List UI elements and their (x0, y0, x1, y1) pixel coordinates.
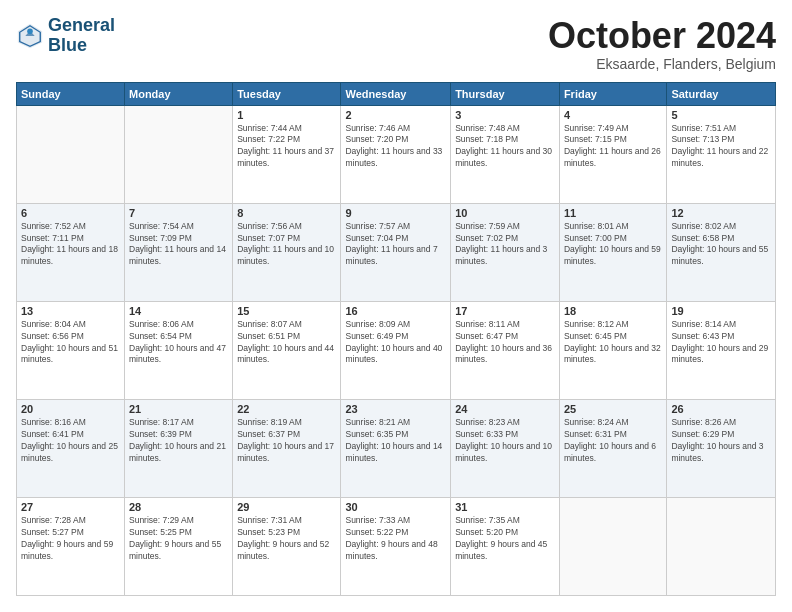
logo-text: General Blue (48, 16, 115, 56)
day-info: Sunrise: 8:24 AM Sunset: 6:31 PM Dayligh… (564, 417, 662, 465)
day-number: 19 (671, 305, 771, 317)
day-cell: 7Sunrise: 7:54 AM Sunset: 7:09 PM Daylig… (125, 203, 233, 301)
day-number: 3 (455, 109, 555, 121)
day-info: Sunrise: 7:35 AM Sunset: 5:20 PM Dayligh… (455, 515, 555, 563)
day-info: Sunrise: 7:57 AM Sunset: 7:04 PM Dayligh… (345, 221, 446, 269)
day-info: Sunrise: 7:44 AM Sunset: 7:22 PM Dayligh… (237, 123, 336, 171)
day-cell: 3Sunrise: 7:48 AM Sunset: 7:18 PM Daylig… (451, 105, 560, 203)
day-info: Sunrise: 7:56 AM Sunset: 7:07 PM Dayligh… (237, 221, 336, 269)
day-cell: 1Sunrise: 7:44 AM Sunset: 7:22 PM Daylig… (233, 105, 341, 203)
day-number: 2 (345, 109, 446, 121)
logo-line1: General (48, 16, 115, 36)
week-row-1: 6Sunrise: 7:52 AM Sunset: 7:11 PM Daylig… (17, 203, 776, 301)
day-cell: 18Sunrise: 8:12 AM Sunset: 6:45 PM Dayli… (559, 301, 666, 399)
day-cell: 20Sunrise: 8:16 AM Sunset: 6:41 PM Dayli… (17, 399, 125, 497)
day-cell: 13Sunrise: 8:04 AM Sunset: 6:56 PM Dayli… (17, 301, 125, 399)
day-cell: 8Sunrise: 7:56 AM Sunset: 7:07 PM Daylig… (233, 203, 341, 301)
day-info: Sunrise: 8:11 AM Sunset: 6:47 PM Dayligh… (455, 319, 555, 367)
day-info: Sunrise: 8:16 AM Sunset: 6:41 PM Dayligh… (21, 417, 120, 465)
page: General Blue October 2024 Eksaarde, Flan… (0, 0, 792, 612)
day-cell: 28Sunrise: 7:29 AM Sunset: 5:25 PM Dayli… (125, 497, 233, 595)
day-number: 31 (455, 501, 555, 513)
day-number: 4 (564, 109, 662, 121)
day-info: Sunrise: 8:21 AM Sunset: 6:35 PM Dayligh… (345, 417, 446, 465)
day-number: 9 (345, 207, 446, 219)
day-cell: 17Sunrise: 8:11 AM Sunset: 6:47 PM Dayli… (451, 301, 560, 399)
weekday-header-thursday: Thursday (451, 82, 560, 105)
day-number: 24 (455, 403, 555, 415)
weekday-header-monday: Monday (125, 82, 233, 105)
calendar-header: SundayMondayTuesdayWednesdayThursdayFrid… (17, 82, 776, 105)
day-cell: 16Sunrise: 8:09 AM Sunset: 6:49 PM Dayli… (341, 301, 451, 399)
day-info: Sunrise: 7:52 AM Sunset: 7:11 PM Dayligh… (21, 221, 120, 269)
calendar-body: 1Sunrise: 7:44 AM Sunset: 7:22 PM Daylig… (17, 105, 776, 595)
week-row-3: 20Sunrise: 8:16 AM Sunset: 6:41 PM Dayli… (17, 399, 776, 497)
day-info: Sunrise: 7:28 AM Sunset: 5:27 PM Dayligh… (21, 515, 120, 563)
location: Eksaarde, Flanders, Belgium (548, 56, 776, 72)
day-cell: 27Sunrise: 7:28 AM Sunset: 5:27 PM Dayli… (17, 497, 125, 595)
day-number: 30 (345, 501, 446, 513)
day-info: Sunrise: 7:48 AM Sunset: 7:18 PM Dayligh… (455, 123, 555, 171)
day-number: 7 (129, 207, 228, 219)
weekday-header-sunday: Sunday (17, 82, 125, 105)
weekday-header-tuesday: Tuesday (233, 82, 341, 105)
day-cell: 23Sunrise: 8:21 AM Sunset: 6:35 PM Dayli… (341, 399, 451, 497)
day-info: Sunrise: 7:29 AM Sunset: 5:25 PM Dayligh… (129, 515, 228, 563)
day-info: Sunrise: 8:04 AM Sunset: 6:56 PM Dayligh… (21, 319, 120, 367)
day-info: Sunrise: 8:12 AM Sunset: 6:45 PM Dayligh… (564, 319, 662, 367)
logo: General Blue (16, 16, 115, 56)
day-number: 13 (21, 305, 120, 317)
day-number: 26 (671, 403, 771, 415)
day-cell: 19Sunrise: 8:14 AM Sunset: 6:43 PM Dayli… (667, 301, 776, 399)
month-title: October 2024 (548, 16, 776, 56)
day-number: 25 (564, 403, 662, 415)
day-info: Sunrise: 8:01 AM Sunset: 7:00 PM Dayligh… (564, 221, 662, 269)
day-number: 10 (455, 207, 555, 219)
day-info: Sunrise: 8:19 AM Sunset: 6:37 PM Dayligh… (237, 417, 336, 465)
day-number: 12 (671, 207, 771, 219)
day-number: 18 (564, 305, 662, 317)
header: General Blue October 2024 Eksaarde, Flan… (16, 16, 776, 72)
day-cell: 25Sunrise: 8:24 AM Sunset: 6:31 PM Dayli… (559, 399, 666, 497)
title-block: October 2024 Eksaarde, Flanders, Belgium (548, 16, 776, 72)
day-number: 11 (564, 207, 662, 219)
day-number: 23 (345, 403, 446, 415)
day-cell: 4Sunrise: 7:49 AM Sunset: 7:15 PM Daylig… (559, 105, 666, 203)
day-info: Sunrise: 8:17 AM Sunset: 6:39 PM Dayligh… (129, 417, 228, 465)
day-number: 16 (345, 305, 446, 317)
day-number: 28 (129, 501, 228, 513)
day-cell: 30Sunrise: 7:33 AM Sunset: 5:22 PM Dayli… (341, 497, 451, 595)
day-cell: 22Sunrise: 8:19 AM Sunset: 6:37 PM Dayli… (233, 399, 341, 497)
day-number: 15 (237, 305, 336, 317)
day-info: Sunrise: 7:51 AM Sunset: 7:13 PM Dayligh… (671, 123, 771, 171)
day-cell: 6Sunrise: 7:52 AM Sunset: 7:11 PM Daylig… (17, 203, 125, 301)
day-cell: 29Sunrise: 7:31 AM Sunset: 5:23 PM Dayli… (233, 497, 341, 595)
day-cell: 12Sunrise: 8:02 AM Sunset: 6:58 PM Dayli… (667, 203, 776, 301)
day-info: Sunrise: 8:09 AM Sunset: 6:49 PM Dayligh… (345, 319, 446, 367)
calendar: SundayMondayTuesdayWednesdayThursdayFrid… (16, 82, 776, 596)
day-cell: 2Sunrise: 7:46 AM Sunset: 7:20 PM Daylig… (341, 105, 451, 203)
day-number: 20 (21, 403, 120, 415)
day-info: Sunrise: 7:54 AM Sunset: 7:09 PM Dayligh… (129, 221, 228, 269)
day-cell: 10Sunrise: 7:59 AM Sunset: 7:02 PM Dayli… (451, 203, 560, 301)
svg-point-2 (27, 28, 33, 34)
day-info: Sunrise: 7:31 AM Sunset: 5:23 PM Dayligh… (237, 515, 336, 563)
day-number: 29 (237, 501, 336, 513)
day-number: 22 (237, 403, 336, 415)
day-number: 27 (21, 501, 120, 513)
day-cell (17, 105, 125, 203)
day-number: 5 (671, 109, 771, 121)
day-cell (125, 105, 233, 203)
day-cell: 26Sunrise: 8:26 AM Sunset: 6:29 PM Dayli… (667, 399, 776, 497)
day-number: 21 (129, 403, 228, 415)
day-info: Sunrise: 8:06 AM Sunset: 6:54 PM Dayligh… (129, 319, 228, 367)
week-row-2: 13Sunrise: 8:04 AM Sunset: 6:56 PM Dayli… (17, 301, 776, 399)
day-cell: 11Sunrise: 8:01 AM Sunset: 7:00 PM Dayli… (559, 203, 666, 301)
week-row-0: 1Sunrise: 7:44 AM Sunset: 7:22 PM Daylig… (17, 105, 776, 203)
week-row-4: 27Sunrise: 7:28 AM Sunset: 5:27 PM Dayli… (17, 497, 776, 595)
day-info: Sunrise: 8:23 AM Sunset: 6:33 PM Dayligh… (455, 417, 555, 465)
day-cell (667, 497, 776, 595)
day-number: 1 (237, 109, 336, 121)
day-cell: 21Sunrise: 8:17 AM Sunset: 6:39 PM Dayli… (125, 399, 233, 497)
day-info: Sunrise: 8:26 AM Sunset: 6:29 PM Dayligh… (671, 417, 771, 465)
